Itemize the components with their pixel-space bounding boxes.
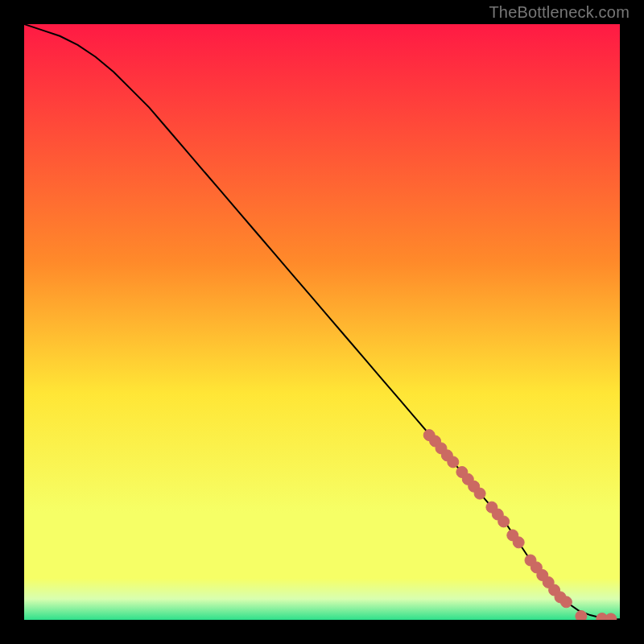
curve-marker [513, 537, 524, 548]
curve-marker [474, 488, 485, 499]
plot-area [24, 24, 620, 620]
chart-svg [24, 24, 620, 620]
curve-marker [448, 456, 459, 468]
curve-marker [498, 516, 510, 527]
curve-marker [576, 611, 587, 620]
gradient-background [24, 24, 620, 620]
watermark-text: TheBottleneck.com [489, 3, 630, 22]
chart-container: TheBottleneck.com [0, 0, 644, 644]
curve-marker [560, 597, 572, 608]
